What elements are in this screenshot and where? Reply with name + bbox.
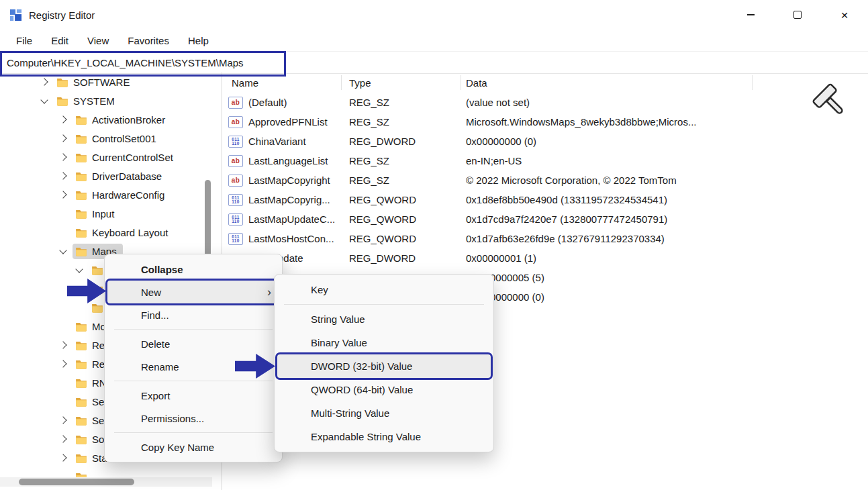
- chevron-right-icon[interactable]: [59, 455, 73, 460]
- context-menu-item-permissions[interactable]: Permissions...: [107, 407, 279, 430]
- column-header-data[interactable]: Data: [466, 72, 487, 93]
- value-data: 0x00000000 (0): [466, 132, 855, 151]
- menubar-item-view[interactable]: View: [78, 32, 118, 50]
- context-menu-item-copy-key-name[interactable]: Copy Key Name: [107, 436, 279, 458]
- value-row-odate[interactable]: odateREG_DWORD0x00000001 (1): [222, 248, 868, 268]
- chevron-right-icon[interactable]: [59, 436, 73, 442]
- submenu-item-multi-string-value[interactable]: Multi-String Value: [277, 401, 491, 425]
- tree-item-hardwareconfig[interactable]: HardwareConfig: [0, 185, 222, 204]
- menubar-item-edit[interactable]: Edit: [42, 32, 78, 50]
- value-row-chinavariant[interactable]: 011110ChinaVariantREG_DWORD0x00000000 (0…: [222, 132, 868, 151]
- value-row-lastmapupdatec[interactable]: 011110LastMapUpdateC...REG_QWORD0x1d7cd9…: [222, 209, 868, 229]
- tree-item-system[interactable]: SYSTEM: [0, 91, 222, 110]
- column-header-type[interactable]: Type: [349, 72, 371, 93]
- menu-item-label: Export: [141, 390, 273, 401]
- chevron-right-icon[interactable]: [59, 418, 73, 423]
- chevron-down-icon[interactable]: [75, 268, 89, 272]
- folder-icon: [75, 378, 87, 388]
- tree-item-software[interactable]: SOFTWARE: [0, 72, 222, 91]
- menu-item-label: Copy Key Name: [141, 442, 273, 453]
- value-row-lastmoshostcon[interactable]: 011110LastMosHostCon...REG_QWORD0x1d7afb…: [222, 229, 868, 248]
- dword-value-icon: 011110: [228, 136, 243, 148]
- tree-item-input[interactable]: Input: [0, 204, 222, 223]
- folder-icon: [75, 115, 87, 125]
- tree-item-label: SOFTWARE: [73, 77, 130, 88]
- chevron-right-icon[interactable]: [59, 173, 73, 179]
- context-menu-item-delete[interactable]: Delete: [107, 332, 279, 355]
- address-bar[interactable]: Computer\HKEY_LOCAL_MACHINE\SYSTEM\Maps: [0, 51, 868, 74]
- tree-item-body: DriverDatabase: [73, 168, 168, 184]
- submenu-item-string-value[interactable]: String Value: [277, 307, 491, 331]
- chevron-down-icon[interactable]: [40, 99, 54, 103]
- maximize-button[interactable]: [782, 0, 813, 30]
- column-separator[interactable]: [461, 75, 461, 90]
- context-menu-item-new[interactable]: New›: [107, 281, 279, 303]
- value-name-cell: abLastMapCopyright: [228, 170, 341, 190]
- submenu-item-dword-32-bit-value[interactable]: DWORD (32-bit) Value: [277, 354, 491, 378]
- close-button[interactable]: ×: [829, 0, 860, 30]
- value-row-approvedpfnlist[interactable]: abApprovedPFNListREG_SZMicrosoft.Windows…: [222, 112, 868, 132]
- context-menu-item-export[interactable]: Export: [107, 384, 279, 407]
- chevron-right-icon[interactable]: [59, 154, 73, 160]
- value-row-lastlanguagelist[interactable]: abLastLanguageListREG_SZen-IN;en-US: [222, 151, 868, 170]
- tree-item-driverdatabase[interactable]: DriverDatabase: [0, 166, 222, 185]
- folder-icon: [75, 152, 87, 162]
- tree-item-keyboard-layout[interactable]: Keyboard Layout: [0, 223, 222, 242]
- menubar-item-favorites[interactable]: Favorites: [118, 32, 179, 50]
- tree-item-body: Keyboard Layout: [73, 225, 174, 240]
- menu-separator: [114, 432, 273, 433]
- tree-item-label: ActivationBroker: [92, 114, 165, 126]
- submenu-item-binary-value[interactable]: Binary Value: [277, 331, 491, 354]
- column-separator[interactable]: [341, 75, 342, 90]
- menu-item-label: Delete: [141, 338, 273, 350]
- chevron-right-icon[interactable]: [59, 117, 73, 122]
- chevron-right-icon[interactable]: [59, 192, 73, 197]
- menubar-item-file[interactable]: File: [7, 32, 42, 50]
- value-data: 0x1d7cd9a7f2420e7 (132800777472450791): [466, 209, 855, 229]
- folder-icon: [75, 190, 87, 200]
- folder-icon: [75, 434, 87, 444]
- chevron-right-icon[interactable]: [40, 79, 54, 85]
- horizontal-scrollbar-thumb[interactable]: [19, 479, 134, 485]
- folder-icon: [56, 77, 68, 87]
- folder-icon: [75, 359, 87, 369]
- chevron-down-icon[interactable]: [59, 250, 73, 253]
- submenu-item-key[interactable]: Key: [277, 278, 491, 301]
- value-data: 0000000 (0): [466, 287, 868, 307]
- column-header-name[interactable]: Name: [232, 72, 258, 93]
- context-menu-item-find[interactable]: Find...: [107, 303, 279, 326]
- context-menu-item-collapse[interactable]: Collapse: [107, 258, 279, 281]
- menu-separator: [284, 304, 484, 305]
- chevron-right-icon[interactable]: [59, 361, 73, 366]
- folder-icon: [75, 171, 87, 181]
- folder-icon: [75, 246, 87, 256]
- value-type: REG_SZ: [349, 93, 456, 112]
- list-header: Name Type Data: [222, 72, 868, 93]
- tree-item-currentcontrolset[interactable]: CurrentControlSet: [0, 148, 222, 166]
- vertical-scrollbar-thumb[interactable]: [205, 180, 211, 266]
- tree-item-activationbroker[interactable]: ActivationBroker: [0, 110, 222, 129]
- tree-item-label: Keyboard Layout: [92, 227, 168, 238]
- menu-item-label: String Value: [311, 313, 484, 325]
- submenu-item-expandable-string-value[interactable]: Expandable String Value: [277, 425, 491, 448]
- value-row-lastmapcopyright[interactable]: abLastMapCopyrightREG_SZ© 2022 Microsoft…: [222, 170, 868, 190]
- window-title: Registry Editor: [29, 9, 95, 21]
- registry-editor-app-icon: [9, 9, 22, 21]
- column-separator[interactable]: [752, 75, 753, 90]
- tree-item-body: SOFTWARE: [54, 75, 136, 90]
- value-type: REG_QWORD: [349, 190, 456, 209]
- menu-item-label: QWORD (64-bit) Value: [311, 384, 484, 395]
- value-type: REG_SZ: [349, 151, 456, 170]
- tree-item-controlset001[interactable]: ControlSet001: [0, 129, 222, 148]
- chevron-right-icon[interactable]: [59, 136, 73, 141]
- string-value-icon: ab: [228, 175, 243, 187]
- value-row-lastmapcopyrig[interactable]: 011110LastMapCopyrig...REG_QWORD0x1d8ef8…: [222, 190, 868, 209]
- minimize-button[interactable]: [735, 0, 766, 30]
- value-row-default[interactable]: ab(Default)REG_SZ(value not set): [222, 93, 868, 112]
- menubar-item-help[interactable]: Help: [179, 32, 218, 50]
- value-name-cell: abApprovedPFNList: [228, 112, 341, 132]
- value-data: 0000005 (5): [466, 268, 868, 287]
- chevron-right-icon[interactable]: [59, 342, 73, 348]
- submenu-item-qword-64-bit-value[interactable]: QWORD (64-bit) Value: [277, 378, 491, 401]
- tree-horizontal-scrollbar[interactable]: [0, 477, 212, 487]
